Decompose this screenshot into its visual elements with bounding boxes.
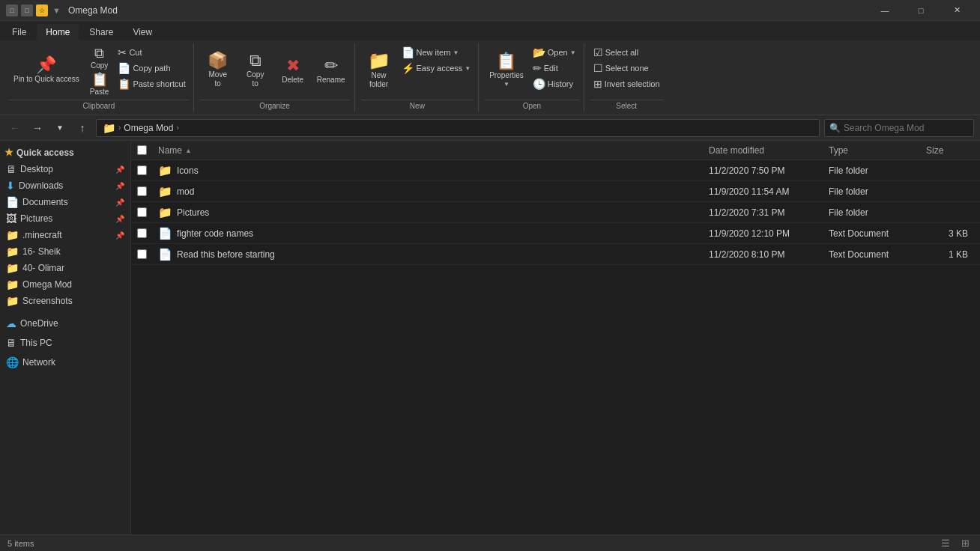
select-all-button[interactable]: ☑ Select all [590, 45, 663, 60]
paste-shortcut-icon: 📋 [118, 78, 130, 90]
copy-path-button[interactable]: 📄 Copy path [115, 61, 188, 76]
sidebar-item-network[interactable]: 🌐 Network [0, 354, 130, 371]
tab-home[interactable]: Home [37, 24, 79, 40]
properties-button[interactable]: 📋 Properties ▼ [485, 45, 528, 96]
row-checkbox-4[interactable] [137, 249, 147, 259]
row-checkbox-2[interactable] [137, 207, 147, 217]
table-row[interactable]: 📁 Icons 11/2/2020 7:50 PM File folder [131, 160, 980, 181]
quick-access-header[interactable]: ★ Quick access [0, 144, 130, 161]
row-check-4[interactable] [131, 249, 152, 259]
new-folder-icon: 📁 [368, 52, 390, 70]
table-row[interactable]: 📄 fighter code names 11/9/2020 12:10 PM … [131, 223, 980, 244]
delete-button[interactable]: ✖ Delete [275, 45, 311, 96]
move-to-button[interactable]: 📦 Moveto [200, 45, 236, 96]
paste-button[interactable]: 📋 Paste [85, 71, 114, 97]
address-path[interactable]: 📁 › Omega Mod › [96, 119, 820, 137]
table-row[interactable]: 📁 mod 11/9/2020 11:54 AM File folder [131, 181, 980, 202]
sidebar-item-pictures[interactable]: 🖼 Pictures 📌 [0, 210, 130, 227]
table-row[interactable]: 📁 Pictures 11/2/2020 7:31 PM File folder [131, 202, 980, 223]
sidebar-label-olimar: 40- Olimar [22, 263, 64, 273]
sidebar-item-desktop[interactable]: 🖥 Desktop 📌 [0, 161, 130, 177]
search-box[interactable]: 🔍 [824, 119, 974, 137]
easy-access-button[interactable]: ⚡ Easy access ▼ [399, 61, 474, 76]
rename-button[interactable]: ✏ Rename [312, 45, 350, 96]
tab-share[interactable]: Share [80, 24, 122, 40]
desktop-icon: 🖥 [6, 163, 16, 175]
paste-shortcut-button[interactable]: 📋 Paste shortcut [115, 76, 188, 91]
edit-button[interactable]: ✏ Edit [530, 61, 579, 76]
recent-button[interactable]: ▼ [51, 119, 69, 137]
sidebar-item-minecraft[interactable]: 📁 .minecraft 📌 [0, 227, 130, 243]
move-to-icon: 📦 [208, 52, 228, 69]
clipboard-buttons: 📌 Pin to Quick access ⧉ Copy 📋 Paste [9, 43, 189, 98]
open-button[interactable]: 📂 Open ▼ [530, 45, 579, 60]
copy-to-button[interactable]: ⧉ Copyto [238, 45, 273, 96]
open-group: 📋 Properties ▼ 📂 Open ▼ ✏ Edit 🕒 [480, 43, 584, 112]
sidebar-item-olimar[interactable]: 📁 40- Olimar [0, 260, 130, 276]
close-button[interactable]: ✕ [940, 0, 974, 21]
olimar-icon: 📁 [6, 262, 19, 274]
select-all-checkbox[interactable] [137, 145, 147, 155]
sidebar-item-documents[interactable]: 📄 Documents 📌 [0, 194, 130, 210]
new-folder-button[interactable]: 📁 Newfolder [361, 45, 397, 96]
omega-mod-icon: 📁 [6, 278, 19, 290]
sidebar-label-omega-mod: Omega Mod [22, 279, 72, 290]
header-check[interactable] [131, 145, 152, 155]
file-icon-0: 📁 [158, 164, 172, 177]
header-name-text: Name [158, 145, 182, 156]
invert-selection-button[interactable]: ⊞ Invert selection [590, 76, 663, 91]
row-check-2[interactable] [131, 207, 152, 217]
tab-view[interactable]: View [124, 24, 161, 40]
header-type[interactable]: Type [823, 142, 920, 159]
title-bar-text: Omega Mod [68, 5, 118, 16]
select-none-button[interactable]: ☐ Select none [590, 61, 663, 76]
sidebar-item-onedrive[interactable]: ☁ OneDrive [0, 315, 130, 332]
this-pc-icon: 🖥 [6, 337, 16, 349]
header-size-text: Size [926, 145, 943, 156]
delete-icon: ✖ [286, 58, 300, 74]
row-checkbox-3[interactable] [137, 228, 147, 238]
organize-label: Organize [200, 100, 350, 112]
new-buttons: 📁 Newfolder 📄 New item ▼ ⚡ Easy access ▼ [361, 43, 474, 98]
sidebar-label-network: Network [22, 357, 55, 368]
search-input[interactable] [844, 123, 964, 133]
details-view-button[interactable]: ☰ [938, 537, 953, 550]
clipboard-group: 📌 Pin to Quick access ⧉ Copy 📋 Paste [4, 43, 194, 112]
row-check-3[interactable] [131, 228, 152, 238]
file-name-4: Read this before starting [177, 249, 275, 260]
row-check-1[interactable] [131, 186, 152, 196]
up-button[interactable]: ↑ [73, 119, 91, 137]
maximize-button[interactable]: □ [904, 0, 938, 21]
copy-button[interactable]: ⧉ Copy [85, 45, 114, 70]
table-row[interactable]: 📄 Read this before starting 11/2/2020 8:… [131, 244, 980, 265]
sidebar-item-downloads[interactable]: ⬇ Downloads 📌 [0, 177, 130, 194]
new-label: New [361, 100, 474, 112]
sidebar-item-sheik[interactable]: 📁 16- Sheik [0, 243, 130, 260]
row-check-0[interactable] [131, 165, 152, 175]
pin-to-quick-access-button[interactable]: 📌 Pin to Quick access [9, 45, 84, 96]
sidebar-label-onedrive: OneDrive [20, 318, 58, 329]
forward-button[interactable]: → [28, 119, 46, 137]
header-name[interactable]: Name ▲ [152, 142, 703, 159]
sidebar-item-omega-mod[interactable]: 📁 Omega Mod [0, 276, 130, 293]
history-button[interactable]: 🕒 History [530, 76, 579, 91]
tiles-view-button[interactable]: ⊞ [958, 537, 973, 550]
file-icon-1: 📁 [158, 185, 172, 198]
clipboard-small-col: ✂ Cut 📄 Copy path 📋 Paste shortcut [115, 45, 188, 91]
tab-file[interactable]: File [3, 24, 35, 40]
file-type-3: Text Document [823, 225, 920, 242]
new-item-button[interactable]: 📄 New item ▼ [399, 45, 474, 60]
title-icon-1: □ [6, 4, 18, 16]
sidebar-item-this-pc[interactable]: 🖥 This PC [0, 335, 130, 351]
minimize-button[interactable]: — [868, 0, 902, 21]
sidebar-label-minecraft: .minecraft [22, 230, 62, 240]
back-button[interactable]: ← [6, 119, 24, 137]
path-folder-icon: 📁 [103, 122, 115, 134]
header-size[interactable]: Size [920, 142, 980, 159]
sidebar-item-screenshots[interactable]: 📁 Screenshots [0, 293, 130, 309]
minecraft-icon: 📁 [6, 229, 19, 241]
row-checkbox-1[interactable] [137, 186, 147, 196]
header-date[interactable]: Date modified [703, 142, 823, 159]
row-checkbox-0[interactable] [137, 165, 147, 175]
cut-button[interactable]: ✂ Cut [115, 45, 188, 60]
